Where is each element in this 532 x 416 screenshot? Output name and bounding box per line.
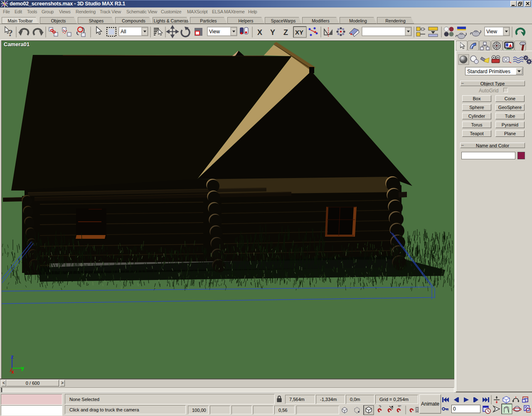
svg-text:All: All — [121, 29, 126, 35]
svg-text:Y: Y — [270, 28, 275, 37]
svg-text:?: ? — [8, 27, 13, 38]
svg-text:y: y — [21, 365, 25, 371]
svg-text:x: x — [11, 369, 14, 375]
svg-text:View: View — [486, 29, 497, 35]
svg-text:XY: XY — [295, 29, 303, 36]
svg-text:3: 3 — [378, 405, 382, 408]
svg-text:X: X — [257, 28, 262, 37]
svg-text:View: View — [209, 29, 220, 35]
svg-text:%: % — [397, 405, 402, 408]
svg-text:Z: Z — [283, 28, 288, 37]
svg-text:z: z — [11, 354, 14, 360]
